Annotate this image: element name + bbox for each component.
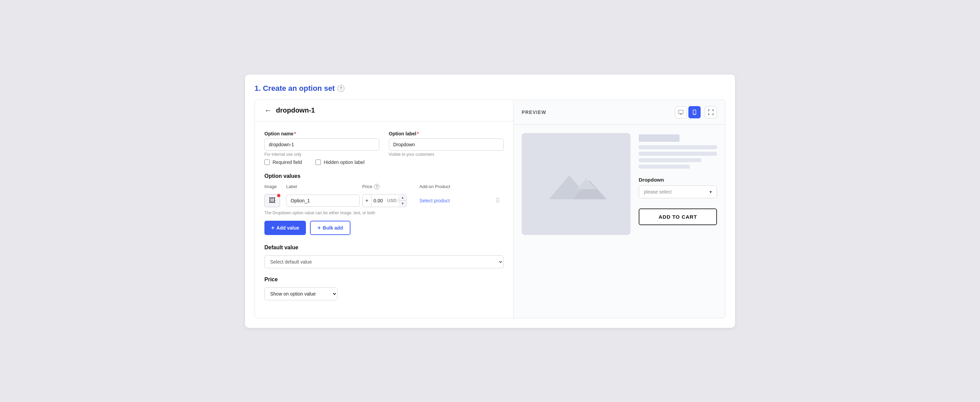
add-value-button[interactable]: + Add value [264,221,306,235]
expand-icon [708,110,714,115]
left-panel: ← dropdown-1 Option name* For internal u… [255,100,514,318]
option-values-title: Option values [264,173,504,179]
panel-name: dropdown-1 [276,106,315,114]
fields-row-1: Option name* For internal use only Optio… [264,131,504,157]
add-value-label: Add value [276,225,299,230]
price-plus-sign: + [363,195,372,207]
add-to-cart-button[interactable]: ADD TO CART [639,208,717,225]
skeleton-line-3 [639,158,701,162]
preview-body: Dropdown please select ▾ ADD TO CART [514,125,725,318]
option-name-hint: For internal use only [264,152,379,157]
hidden-option-checkbox-label[interactable]: Hidden option label [315,159,364,165]
option-value-label-input[interactable] [286,195,360,207]
product-preview [522,133,630,310]
price-section-title: Price [264,276,504,283]
right-header: PREVIEW [514,100,725,125]
page-title: 1. Create an option set ? [255,84,725,93]
drag-handle-cell: ⠿ [495,197,504,204]
svg-rect-0 [679,110,683,114]
option-values-header: Image Label Price ? Add-on Product [264,184,504,191]
required-field-checkbox-label[interactable]: Required field [264,159,302,165]
price-up-btn[interactable]: ▲ [399,195,406,201]
hidden-option-checkbox[interactable] [315,159,321,165]
svg-rect-2 [679,114,682,114]
panel-header: ← dropdown-1 [255,100,513,121]
main-content: ← dropdown-1 Option name* For internal u… [255,100,725,318]
svg-point-4 [694,114,695,114]
dropdown-placeholder-text: please select [644,189,672,195]
price-show-select[interactable]: Show on option value [264,288,337,300]
col-header-price: Price ? [363,184,417,189]
preview-label: PREVIEW [522,110,546,115]
desktop-view-btn[interactable] [675,106,687,118]
image-icon: 🖼 [269,197,275,204]
dropdown-preview-section: Dropdown please select ▾ [639,177,717,198]
required-star-2: * [417,131,418,137]
select-product-link[interactable]: Select product [420,198,450,203]
add-icon: + [271,225,274,231]
option-name-label: Option name* [264,131,379,137]
price-spinners: ▲ ▼ [399,195,406,207]
option-label-input[interactable] [389,138,504,151]
required-field-checkbox[interactable] [264,159,270,165]
skeleton-line-2 [639,152,717,156]
required-star-1: * [294,131,296,137]
panel-body: Option name* For internal use only Optio… [255,121,513,318]
option-label-cell [286,195,360,207]
col-price-text: Price [363,184,372,189]
option-label-label: Option label* [389,131,504,137]
desktop-icon [678,109,684,115]
mobile-view-btn[interactable] [688,106,701,118]
default-value-section: Default value Select default value [264,245,504,269]
image-upload-cell: 🖼 [264,194,283,207]
price-cell: + 0.00 USD ▲ ▼ [363,194,417,207]
price-help-icon[interactable]: ? [374,184,379,189]
default-value-title: Default value [264,245,504,251]
product-info-preview: Dropdown please select ▾ ADD TO CART [639,133,717,310]
skeleton-title [639,134,679,142]
expand-btn[interactable] [705,106,717,118]
image-badge [276,193,281,198]
price-section: Price Show on option value [264,276,504,300]
default-value-select[interactable]: Select default value [264,256,504,269]
price-down-btn[interactable]: ▼ [399,201,406,207]
option-name-group: Option name* For internal use only [264,131,379,157]
bulk-add-label: Bulk add [323,225,343,230]
col-header-image: Image [264,184,283,189]
checkbox-row: Required field Hidden option label [264,159,504,165]
right-panel: PREVIEW [514,100,725,318]
back-button[interactable]: ← [264,106,272,115]
option-label-hint: Visible to your customers [389,152,504,157]
col-header-addon: Add-on Product [420,184,493,189]
required-field-label-text: Required field [272,159,302,165]
price-input-group: + 0.00 USD ▲ ▼ [363,194,407,207]
drag-handle-icon[interactable]: ⠿ [495,197,500,204]
price-number: 0.00 [372,198,385,203]
product-image-placeholder [522,133,630,235]
dropdown-preview-label: Dropdown [639,177,717,183]
option-name-input[interactable] [264,138,379,151]
placeholder-image-svg [546,162,607,206]
page-title-text: 1. Create an option set [255,84,335,93]
help-icon[interactable]: ? [337,85,344,92]
mobile-icon [692,109,698,115]
addon-cell: Select product [420,198,493,204]
bulk-add-button[interactable]: + Bulk add [310,221,350,235]
skeleton-lines [639,145,717,169]
option-value-row-1: 🖼 + 0.00 USD ▲ [264,194,504,207]
skeleton-line-1 [639,145,717,149]
outer-card: 1. Create an option set ? ← dropdown-1 O… [245,75,735,328]
view-controls [675,106,717,118]
action-buttons-row: + Add value + Bulk add [264,221,504,235]
dropdown-chevron-icon: ▾ [710,189,712,195]
skeleton-line-4 [639,165,690,169]
option-label-group: Option label* Visible to your customers [389,131,504,157]
option-hint-text: The Dropdown option value can be either … [264,211,504,215]
bulk-icon: + [318,225,321,231]
col-header-label: Label [286,184,360,189]
dropdown-select-preview[interactable]: please select ▾ [639,185,717,198]
price-currency: USD [385,198,399,203]
svg-rect-1 [680,114,682,114]
image-upload-btn[interactable]: 🖼 [264,194,280,207]
hidden-option-label-text: Hidden option label [324,159,364,165]
